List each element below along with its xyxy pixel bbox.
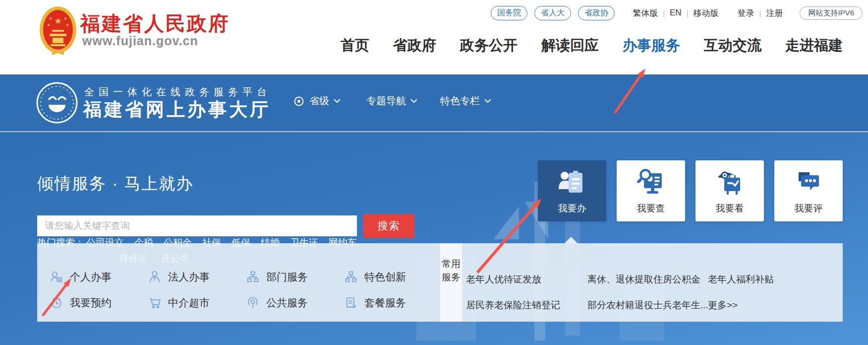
card-label: 我要查 — [617, 202, 685, 215]
card-i-want-to-comment[interactable]: 我要评 — [774, 160, 843, 221]
service-link-senior-welfare[interactable]: 老年人福利补贴 — [708, 273, 774, 286]
banner-menus: 省级 专题导航 特色专栏 — [293, 94, 491, 108]
separator: | — [759, 9, 761, 17]
panel-item-public-services[interactable]: 公共服务 — [246, 296, 308, 310]
menu-item-label: 公共服务 — [266, 296, 308, 310]
menu-item-label: 法人办事 — [168, 270, 210, 284]
org-chart-icon — [344, 270, 358, 284]
search-monitor-icon — [635, 167, 667, 199]
region-selector[interactable]: 省级 — [309, 94, 341, 108]
quick-link-shengrenda[interactable]: 省人大 — [534, 6, 571, 20]
panel-item-package-services[interactable]: 套餐服务 — [344, 296, 406, 310]
search-input[interactable] — [37, 215, 357, 236]
card-i-want-to-view[interactable]: 我要看 — [695, 160, 764, 221]
featured-column-menu[interactable]: 特色专栏 — [440, 94, 491, 108]
panel-caret — [565, 237, 578, 243]
menu-item-label: 套餐服务 — [364, 296, 406, 310]
register-link[interactable]: 注册 — [766, 7, 783, 19]
document-icon — [344, 296, 358, 310]
ipv6-badge: 网站支持IPV6 — [800, 6, 863, 20]
service-link-pension-deregistration[interactable]: 居民养老保险注销登记 — [466, 299, 560, 312]
menu-item-label: 部门服务 — [266, 270, 308, 284]
header-top-links: 国务院 省人大 省政协 繁体版 | EN | 移动版 登录 | 注册 网站支持I… — [491, 6, 863, 20]
panel-item-appointment[interactable]: 我要预约 — [50, 296, 112, 310]
card-i-want-to-query[interactable]: 我要查 — [617, 160, 685, 221]
platform-banner: 全国一体化在线政务服务平台 福建省网上办事大厅 省级 专题导航 特色专栏 — [0, 74, 868, 132]
card-label: 我要看 — [695, 202, 764, 215]
login-link[interactable]: 登录 — [738, 7, 754, 19]
nav-item-interaction[interactable]: 互动交流 — [704, 36, 761, 56]
card-label: 我要办 — [538, 202, 606, 215]
site-header: ★ ★ ★ ★ ★ 福建省人民政府 www.fujian.gov.cn 国务院 … — [0, 0, 868, 74]
service-link-rural-veterans[interactable]: 部分农村籍退役士兵老年生... — [587, 299, 708, 312]
panel-item-agency-market[interactable]: 中介超市 — [148, 296, 210, 310]
common-services-label: 常用服务 — [440, 257, 462, 284]
chat-bubbles-icon — [793, 167, 824, 199]
svg-text:★: ★ — [63, 16, 67, 21]
card-i-want-to-apply[interactable]: 我要办 — [538, 160, 606, 221]
nav-item-info-disclosure[interactable]: 政务公开 — [460, 36, 518, 56]
person-badge-icon — [50, 270, 63, 284]
nav-item-about-fujian[interactable]: 走进福建 — [785, 36, 843, 56]
service-link-retire-housing-fund[interactable]: 离休、退休提取住房公积金 — [587, 273, 700, 286]
broadcast-icon — [246, 296, 260, 310]
quick-link-shengzhengxie[interactable]: 省政协 — [578, 6, 615, 20]
chevron-down-icon — [334, 99, 341, 103]
person-icon — [148, 270, 162, 284]
menu-item-label: 我要预约 — [70, 296, 112, 310]
national-emblem-icon: ★ ★ ★ ★ ★ — [39, 5, 77, 59]
site-url: www.fujian.gov.cn — [82, 34, 198, 48]
clipboard-person-icon — [556, 167, 588, 199]
target-location-icon — [293, 96, 304, 107]
nav-item-interpretation[interactable]: 解读回应 — [541, 36, 599, 56]
nav-item-home[interactable]: 首页 — [341, 36, 369, 56]
card-label: 我要评 — [774, 202, 843, 215]
topic-nav-menu[interactable]: 专题导航 — [366, 94, 417, 108]
panel-item-legal-entity-services[interactable]: 法人办事 — [148, 270, 210, 284]
lang-mobile[interactable]: 移动版 — [694, 7, 719, 19]
panel-item-department-services[interactable]: 部门服务 — [246, 270, 308, 284]
panel-item-personal-services[interactable]: 个人办事 — [50, 270, 112, 284]
site-title: 福建省人民政府 — [80, 10, 230, 37]
chevron-down-icon — [484, 99, 491, 103]
chevron-down-icon — [410, 99, 417, 103]
platform-title: 全国一体化在线政务服务平台 — [84, 85, 271, 99]
panel-item-featured-innovation[interactable]: 特色创新 — [344, 270, 406, 284]
search-button[interactable]: 搜索 — [363, 214, 414, 238]
lang-en[interactable]: EN — [670, 8, 682, 18]
platform-smiley-logo-icon — [36, 81, 78, 124]
svg-text:★: ★ — [49, 16, 52, 21]
lang-traditional[interactable]: 繁体版 — [633, 7, 658, 19]
svg-text:★: ★ — [65, 23, 69, 27]
more-link[interactable]: 更多>> — [708, 299, 738, 312]
separator: | — [687, 9, 689, 17]
shopping-cart-icon — [148, 296, 162, 310]
svg-text:★: ★ — [47, 23, 50, 27]
svg-text:★: ★ — [54, 16, 61, 26]
eye-board-icon — [714, 167, 746, 199]
main-nav: 首页 省政府 政务公开 解读回应 办事服务 互动交流 走进福建 — [341, 36, 843, 56]
menu-item-label: 个人办事 — [70, 270, 112, 284]
quick-link-guowuyuan[interactable]: 国务院 — [491, 6, 527, 20]
hero-section: 倾情服务 · 马上就办 搜索 热门搜索： 公司设立 个税 公积金 社保 低保 结… — [0, 132, 868, 345]
service-link-senior-card[interactable]: 老年人优待证发放 — [466, 273, 541, 286]
services-dropdown-panel: 个人办事 法人办事 部门服务 — [37, 243, 843, 322]
hero-title: 倾情服务 · 马上就办 — [37, 173, 193, 195]
menu-item-label: 特色创新 — [364, 270, 406, 284]
separator: | — [663, 9, 665, 17]
fujian-gov-portal-page: ★ ★ ★ ★ ★ 福建省人民政府 www.fujian.gov.cn 国务院 … — [0, 0, 868, 345]
menu-item-label: 中介超市 — [168, 296, 210, 310]
cityscape-watermark — [493, 207, 519, 239]
nav-item-services[interactable]: 办事服务 — [623, 36, 680, 56]
nav-item-provincial-gov[interactable]: 省政府 — [393, 36, 436, 56]
org-chart-icon — [246, 270, 260, 284]
alarm-clock-icon — [50, 296, 63, 310]
service-hall-title: 福建省网上办事大厅 — [83, 97, 271, 122]
